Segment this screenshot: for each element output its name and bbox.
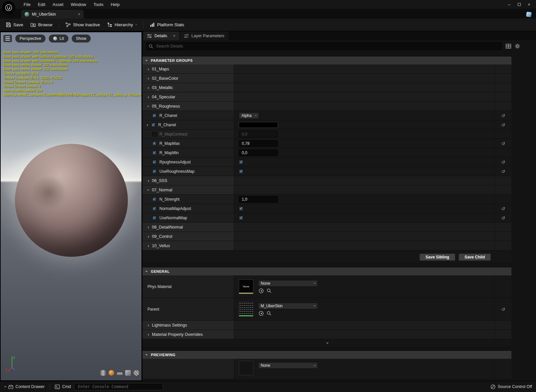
preview-mesh-dropdown[interactable]: None ›: [258, 362, 318, 369]
search-details-input[interactable]: [155, 44, 499, 49]
chevron-right-icon[interactable]: ›: [147, 234, 149, 239]
use-selected-asset-icon[interactable]: [259, 288, 264, 293]
maximize-button[interactable]: [514, 1, 524, 8]
param-number-input[interactable]: 1,0: [239, 196, 278, 203]
reset-arrow-icon[interactable]: ↺: [501, 122, 505, 128]
lightmass-settings-row[interactable]: › Lightmass Settings: [142, 321, 511, 330]
parent-material-dropdown[interactable]: M_UberSkin ›: [258, 303, 318, 309]
plane-shape-button[interactable]: [117, 372, 123, 375]
tab-details[interactable]: Details ×: [143, 32, 179, 40]
section-previewing[interactable]: › PREVIEWING: [142, 350, 511, 359]
custom-mesh-button[interactable]: [134, 370, 139, 376]
advanced-expander[interactable]: ›: [142, 339, 511, 347]
platform-stats-button[interactable]: Platform Stats: [146, 20, 188, 30]
chevron-right-icon[interactable]: ›: [147, 225, 149, 230]
show-inactive-button[interactable]: Show Inactive: [62, 20, 103, 30]
phys-material-dropdown[interactable]: None ›: [258, 280, 318, 287]
source-control-button[interactable]: Source Control Off: [491, 384, 532, 389]
preview-mesh-thumbnail[interactable]: [239, 361, 253, 375]
asset-tab-mi-uberskin[interactable]: MI_UberSkin ×: [21, 10, 84, 19]
tab-layer-parameters[interactable]: Layer Parameters: [180, 32, 228, 40]
reset-arrow-icon[interactable]: ↺: [501, 113, 505, 118]
cube-shape-button[interactable]: [125, 370, 131, 376]
tab-close-icon[interactable]: ×: [173, 34, 175, 38]
preview-viewport[interactable]: Perspective Lit Show Base pass shader: 4…: [0, 31, 142, 381]
browse-to-asset-icon[interactable]: [267, 311, 271, 316]
sphere-shape-button[interactable]: [109, 370, 114, 376]
reset-arrow-icon[interactable]: ↺: [501, 206, 505, 211]
hierarchy-button[interactable]: Hierarchy ›: [104, 20, 140, 30]
reset-arrow-icon[interactable]: ↺: [501, 159, 505, 165]
parent-material-thumbnail[interactable]: [239, 302, 253, 317]
param-checkbox[interactable]: ✓: [152, 150, 157, 155]
section-general[interactable]: › GENERAL: [142, 267, 511, 275]
chevron-right-icon[interactable]: ›: [147, 332, 149, 337]
show-button[interactable]: Show: [72, 35, 91, 43]
chevron-right-icon[interactable]: ›: [146, 123, 148, 127]
use-selected-asset-icon[interactable]: [259, 311, 264, 316]
param-checkbox[interactable]: ✓: [152, 169, 157, 174]
display-options-icon[interactable]: [506, 44, 511, 49]
menu-window[interactable]: Window: [67, 2, 90, 7]
reset-arrow-icon[interactable]: ↺: [501, 215, 505, 221]
save-button[interactable]: Save: [3, 20, 27, 30]
chevron-down-icon[interactable]: ›: [146, 105, 151, 107]
lit-button[interactable]: Lit: [49, 35, 68, 43]
param-checkbox[interactable]: ✓: [152, 113, 157, 118]
unreal-engine-logo-icon[interactable]: [2, 1, 15, 14]
param-checkbox[interactable]: ✓: [151, 123, 156, 127]
chevron-right-icon[interactable]: ›: [147, 67, 149, 71]
section-parameter-groups[interactable]: › PARAMETER GROUPS: [142, 56, 511, 64]
material-property-overrides-row[interactable]: › Material Property Overrides: [142, 330, 511, 339]
color-swatch[interactable]: [239, 122, 278, 128]
chevron-right-icon[interactable]: ›: [147, 85, 149, 90]
save-child-button[interactable]: Save Child: [459, 253, 491, 261]
console-command-input[interactable]: [77, 384, 160, 389]
chevron-right-icon[interactable]: ›: [147, 323, 149, 328]
group-row-05_Roughness: ›05_Roughness: [142, 102, 511, 111]
tab-close-icon[interactable]: ×: [73, 12, 80, 17]
chevron-down-icon[interactable]: ›: [146, 189, 151, 191]
save-sibling-button[interactable]: Save Sibling: [419, 253, 455, 261]
minimize-button[interactable]: –: [504, 1, 514, 8]
cylinder-shape-button[interactable]: [100, 370, 106, 376]
param-value-checkbox[interactable]: ✓: [239, 216, 243, 220]
menu-edit[interactable]: Edit: [34, 2, 49, 7]
param-dropdown[interactable]: Alpha›: [239, 112, 259, 119]
cmd-button[interactable]: Cmd: [55, 384, 71, 389]
console-command-box[interactable]: [74, 383, 163, 390]
browse-button[interactable]: Browse: [27, 20, 56, 30]
phys-material-thumbnail[interactable]: None: [239, 279, 253, 294]
viewport-menu-icon[interactable]: [3, 35, 12, 42]
chevron-right-icon[interactable]: ›: [147, 76, 149, 81]
chevron-right-icon[interactable]: ›: [147, 244, 149, 248]
param-number-input[interactable]: 0,78: [239, 140, 278, 147]
param-checkbox[interactable]: ✓: [152, 206, 157, 211]
perspective-button[interactable]: Perspective: [15, 35, 45, 43]
search-box[interactable]: [146, 42, 502, 50]
param-value-checkbox[interactable]: ✓: [239, 206, 243, 211]
reset-arrow-icon[interactable]: ↺: [501, 307, 505, 312]
chevron-right-icon[interactable]: ›: [147, 95, 149, 99]
reset-arrow-icon[interactable]: ↺: [501, 141, 505, 146]
menu-tools[interactable]: Tools: [90, 2, 107, 7]
menu-help[interactable]: Help: [107, 2, 123, 7]
reset-arrow-icon[interactable]: ↺: [501, 169, 505, 174]
close-button[interactable]: ×: [524, 1, 534, 8]
param-value-checkbox[interactable]: ✓: [239, 169, 243, 174]
param-checkbox[interactable]: [152, 132, 157, 137]
chevron-right-icon[interactable]: ›: [147, 178, 149, 183]
toolbar-separator: [143, 22, 143, 28]
param-checkbox[interactable]: ✓: [152, 160, 157, 164]
notification-icon[interactable]: [526, 12, 532, 17]
menu-file[interactable]: File: [20, 2, 34, 7]
param-value-checkbox[interactable]: ✓: [239, 160, 243, 164]
param-checkbox[interactable]: ✓: [152, 141, 157, 146]
settings-gear-icon[interactable]: [515, 44, 520, 49]
param-checkbox[interactable]: ✓: [152, 197, 157, 202]
browse-to-asset-icon[interactable]: [267, 288, 271, 293]
param-checkbox[interactable]: ✓: [152, 216, 157, 220]
param-number-input[interactable]: 0,0: [239, 149, 278, 156]
menu-asset[interactable]: Asset: [49, 2, 67, 7]
content-drawer-button[interactable]: › Content Drawer: [4, 384, 45, 389]
